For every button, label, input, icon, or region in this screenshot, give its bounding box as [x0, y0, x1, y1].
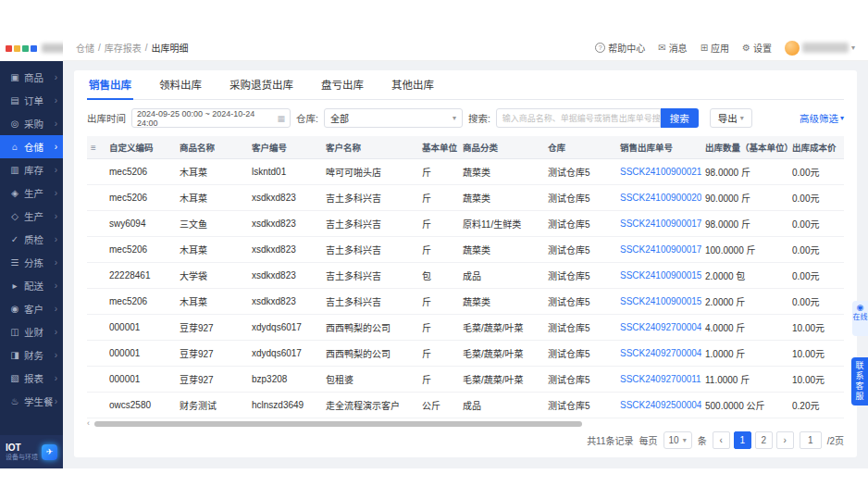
- table-cell: 斤: [418, 211, 459, 237]
- table-cell: xsdkxd823: [248, 185, 322, 211]
- warehouse-select[interactable]: 全部 ▾: [324, 108, 463, 128]
- contact-support-button[interactable]: 联系客服: [851, 357, 868, 405]
- page-button-2[interactable]: 2: [755, 431, 773, 449]
- page-button-1[interactable]: 1: [734, 431, 751, 449]
- scrollbar-thumb[interactable]: [94, 421, 582, 427]
- sidebar-item-label: 客户: [24, 302, 43, 316]
- delivery-icon: ▸: [8, 281, 21, 291]
- table-row: mec5206木耳菜xsdkxd823吉土多科兴吉斤蔬菜类测试仓库5SSCK24…: [87, 185, 844, 211]
- messages-label: 消息: [669, 41, 688, 55]
- table-cell: 11.0000 斤: [701, 367, 788, 393]
- table-cell: 0.00元: [788, 289, 844, 315]
- sidebar-item-inventory[interactable]: ▥库存›: [0, 158, 63, 181]
- table-cell: 测试仓库5: [544, 315, 616, 341]
- outbound-order-link[interactable]: SSCK24092700004: [616, 315, 701, 341]
- outbound-order-link[interactable]: SSCK24092700004: [616, 341, 701, 367]
- sidebar-item-quality[interactable]: ✓质检›: [0, 228, 63, 251]
- tab-other-outbound[interactable]: 其他出库: [390, 69, 436, 99]
- table-cell: 蔬菜类: [459, 159, 544, 185]
- outbound-order-link[interactable]: SSCK24100900017: [616, 211, 701, 237]
- table-cell: 蔬菜类: [459, 289, 544, 315]
- outbound-order-link[interactable]: SSCK24092500004: [616, 393, 701, 418]
- per-page-suffix: 条: [698, 433, 707, 447]
- chevron-right-icon: ›: [55, 95, 57, 106]
- table-cell: 啤可可啪头店: [322, 159, 418, 185]
- tab-loss-outbound[interactable]: 盘亏出库: [319, 69, 366, 99]
- prev-page-button[interactable]: ‹: [713, 431, 730, 449]
- table-cell: 10.00元: [788, 367, 844, 393]
- sidebar-item-business-finance[interactable]: ◫业财›: [0, 320, 63, 343]
- breadcrumb-item-inventory-report[interactable]: 库存报表: [105, 41, 142, 55]
- table-cell: 测试仓库5: [544, 185, 616, 211]
- search-input[interactable]: 输入商品名称、单据编号或销售出库单号搜索: [496, 108, 661, 128]
- outbound-order-link[interactable]: SSCK24100900015: [616, 289, 701, 315]
- tab-sales-outbound[interactable]: 销售出库: [87, 69, 133, 99]
- inventory-icon: ▥: [8, 165, 21, 175]
- sidebar-item-product[interactable]: ▣商品›: [0, 66, 63, 89]
- sidebar-item-sorting[interactable]: ☰分拣›: [0, 251, 63, 274]
- business-finance-icon: ◫: [8, 327, 21, 337]
- messages-button[interactable]: ✉ 消息: [658, 41, 687, 55]
- table-cell: 0.00元: [788, 237, 844, 263]
- app-logo: [6, 39, 68, 57]
- search-label: 搜索:: [468, 111, 490, 125]
- chevron-right-icon: ›: [55, 72, 57, 82]
- sidebar-item-customer[interactable]: ◉客户›: [0, 297, 63, 320]
- horizontal-scrollbar[interactable]: ‹: [87, 420, 844, 427]
- table-cell: 测试仓库5: [544, 341, 616, 367]
- date-range-input[interactable]: 2024-09-25 00:00 ~ 2024-10-24 24:00 ▦: [131, 108, 291, 128]
- table-row: 000001豆芽927bzp3208包租婆斤毛菜/蔬菜/叶菜测试仓库5SSCK2…: [87, 367, 844, 393]
- column-header: 客户编号: [248, 136, 322, 159]
- outbound-order-link[interactable]: SSCK24100900021: [616, 159, 701, 185]
- sidebar-item-purchase[interactable]: ◎采购›: [0, 112, 63, 135]
- table-cell: 西西鸭梨的公司: [322, 341, 418, 367]
- table-cell: 蔬菜类: [459, 185, 544, 211]
- table-cell: 木耳菜: [176, 159, 248, 185]
- user-menu[interactable]: ▾: [785, 41, 855, 56]
- sidebar-item-order[interactable]: ▤订单›: [0, 89, 63, 112]
- sidebar-item-label: 生产: [24, 209, 43, 223]
- logo-square-red: [6, 45, 12, 52]
- advanced-filter-link[interactable]: 高级筛选 ▾: [800, 111, 844, 125]
- page-size-select[interactable]: 10 ▾: [663, 431, 692, 449]
- sidebar-item-student-meal[interactable]: ♨学生餐›: [0, 390, 63, 413]
- sidebar-item-label: 生产: [24, 186, 43, 200]
- search-placeholder: 输入商品名称、单据编号或销售出库单号搜索: [502, 112, 661, 124]
- sidebar-item-production[interactable]: ◈生产›: [0, 181, 63, 205]
- settings-button[interactable]: ⚙ 设置: [742, 41, 772, 55]
- outbound-order-link[interactable]: SSCK24100900020: [616, 185, 701, 211]
- apps-button[interactable]: ⊞ 应用: [701, 41, 729, 55]
- sidebar-item-production-2[interactable]: ◇生产›: [0, 205, 63, 228]
- chevron-right-icon: ›: [55, 142, 57, 152]
- column-header: 自定义编码: [105, 136, 176, 159]
- page-jump-suffix: /2页: [827, 433, 844, 447]
- column-header: 销售出库单号: [616, 136, 701, 159]
- scroll-left-icon[interactable]: ‹: [87, 420, 94, 427]
- table-cell: 98.0000 斤: [701, 211, 788, 237]
- breadcrumb-item-warehouse[interactable]: 仓储: [76, 41, 94, 55]
- online-service-tab[interactable]: ◉ 在线: [852, 301, 868, 336]
- outbound-order-link[interactable]: SSCK24092700011: [616, 367, 701, 393]
- export-button[interactable]: 导出 ▾: [710, 108, 752, 128]
- search-button[interactable]: 搜索: [661, 108, 699, 128]
- page-jump-input[interactable]: 1: [800, 431, 822, 449]
- sidebar-item-finance[interactable]: ◨财务›: [0, 343, 63, 367]
- outbound-order-link[interactable]: SSCK24100900015: [616, 263, 701, 289]
- sidebar-item-delivery[interactable]: ▸配送›: [0, 274, 63, 297]
- scrollbar-track[interactable]: [94, 421, 844, 427]
- sidebar-item-report[interactable]: ▧报表›: [0, 367, 63, 390]
- record-count: 共11条记录: [587, 433, 633, 447]
- iot-panel[interactable]: IOT 设备与环境 ✈: [0, 435, 63, 468]
- outbound-order-link[interactable]: SSCK24100900017: [616, 237, 701, 263]
- table-cell: 斤: [418, 367, 459, 393]
- tab-material-outbound[interactable]: 领料出库: [157, 69, 204, 99]
- table-cell: 2.0000 包: [701, 263, 788, 289]
- sidebar-item-label: 报表: [24, 371, 43, 385]
- tab-purchase-return-outbound[interactable]: 采购退货出库: [228, 69, 295, 99]
- column-settings-icon[interactable]: ≡: [87, 136, 105, 159]
- next-page-button[interactable]: ›: [776, 431, 794, 449]
- sidebar-item-warehouse[interactable]: ⌂仓储›: [0, 135, 63, 158]
- finance-icon: ◨: [8, 350, 21, 360]
- help-center-button[interactable]: ? 帮助中心: [595, 41, 645, 55]
- table-cell: 走全流程演示客户: [322, 393, 418, 418]
